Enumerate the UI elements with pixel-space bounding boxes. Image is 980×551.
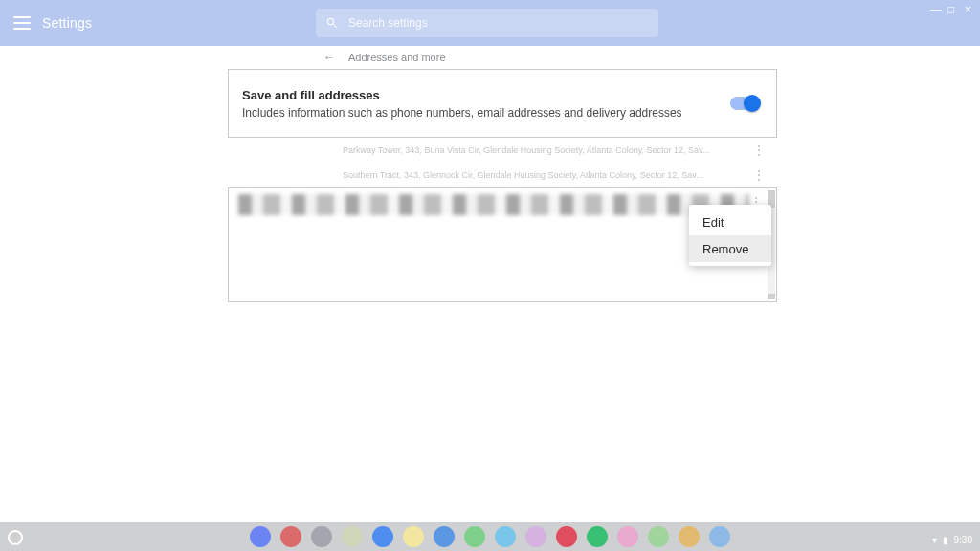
shelf-app-icon[interactable] (311, 526, 332, 547)
address-summary: Southern Tract, 343, Glennock Cir, Glend… (343, 170, 703, 180)
clock[interactable]: 9:30 (954, 535, 972, 545)
save-fill-addresses-card: Save and fill addresses Includes informa… (228, 69, 777, 138)
wifi-icon[interactable]: ▾ (932, 535, 937, 545)
shelf-apps (250, 526, 730, 547)
toggle-card-text: Save and fill addresses Includes informa… (242, 88, 682, 120)
search-icon (325, 16, 339, 30)
shelf-app-icon[interactable] (709, 526, 730, 547)
minimize-icon[interactable]: — (930, 6, 938, 13)
shelf-app-icon[interactable] (250, 526, 271, 547)
shelf-app-icon[interactable] (403, 526, 424, 547)
toggle-knob (744, 95, 761, 112)
shelf-app-icon[interactable] (587, 526, 608, 547)
system-tray[interactable]: ▾ ▮ 9:30 (932, 535, 972, 545)
toggle-card-title: Save and fill addresses (242, 88, 682, 102)
battery-icon[interactable]: ▮ (943, 535, 948, 545)
shelf-app-icon[interactable] (556, 526, 577, 547)
more-actions-icon[interactable]: ⋮ (752, 143, 766, 158)
address-row[interactable]: Parkway Tower, 343, Buna Vista Cir, Glen… (228, 138, 777, 163)
shelf-app-icon[interactable] (679, 526, 700, 547)
address-row[interactable]: Southern Tract, 343, Glennock Cir, Glend… (228, 163, 777, 187)
shelf-app-icon[interactable] (342, 526, 363, 547)
launcher-icon[interactable] (8, 530, 23, 545)
scrollbar-thumb[interactable] (768, 294, 775, 299)
breadcrumb-label: Addresses and more (348, 52, 446, 63)
shelf-app-icon[interactable] (648, 526, 669, 547)
search-input[interactable] (348, 16, 649, 30)
more-actions-icon[interactable]: ⋮ (752, 167, 766, 183)
shelf-app-icon[interactable] (280, 526, 301, 547)
context-menu-edit[interactable]: Edit (689, 209, 771, 235)
address-context-menu: Edit Remove (689, 205, 771, 266)
address-summary: Parkway Tower, 343, Buna Vista Cir, Glen… (343, 145, 709, 155)
save-fill-toggle[interactable] (730, 97, 759, 110)
shelf-app-icon[interactable] (434, 526, 455, 547)
shelf-app-icon[interactable] (464, 526, 485, 547)
maximize-icon[interactable]: □ (947, 6, 955, 13)
context-menu-remove[interactable]: Remove (689, 235, 771, 262)
back-arrow-icon[interactable]: ← (323, 51, 335, 64)
settings-header: Settings — □ × (0, 0, 980, 46)
redacted-address-row (238, 194, 749, 215)
close-icon[interactable]: × (965, 6, 972, 13)
shelf-app-icon[interactable] (372, 526, 393, 547)
toggle-card-subtitle: Includes information such as phone numbe… (242, 106, 682, 120)
hamburger-menu-icon[interactable] (13, 16, 31, 30)
window-controls: — □ × (930, 6, 972, 13)
app-title: Settings (42, 15, 92, 31)
shelf: ▾ ▮ 9:30 (0, 522, 980, 551)
breadcrumb: ← Addresses and more (0, 46, 980, 69)
address-list: Parkway Tower, 343, Buna Vista Cir, Glen… (228, 138, 777, 187)
shelf-app-icon[interactable] (525, 526, 546, 547)
shelf-app-icon[interactable] (495, 526, 516, 547)
search-field[interactable] (316, 9, 658, 37)
shelf-app-icon[interactable] (617, 526, 638, 547)
